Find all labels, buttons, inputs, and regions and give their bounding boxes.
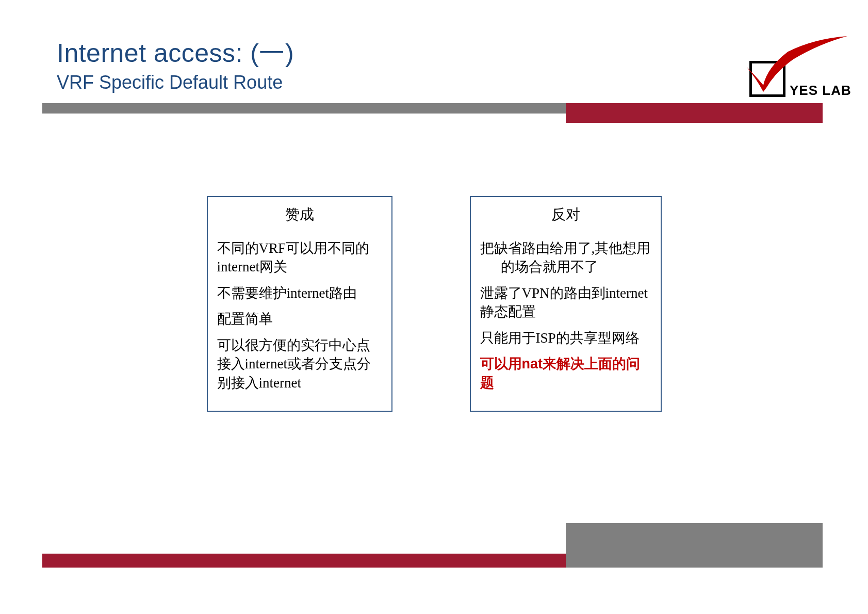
footer-gray-block <box>566 523 823 568</box>
pros-item: 可以很方便的实行中心点接入internet或者分支点分别接入internet <box>217 336 382 392</box>
pros-item: 不同的VRF可以用不同的internet网关 <box>217 239 382 277</box>
footer-red-bar <box>42 554 566 568</box>
pros-item: 不需要维护internet路由 <box>217 284 382 302</box>
cons-item: 泄露了VPN的路由到internet静态配置 <box>480 284 651 321</box>
cons-box: 反对 把缺省路由给用了,其他想用的场合就用不了 泄露了VPN的路由到intern… <box>470 196 662 412</box>
slide-title: Internet access: (一) <box>57 36 816 71</box>
pros-title: 赞成 <box>217 205 382 224</box>
cons-item: 把缺省路由给用了,其他想用的场合就用不了 <box>480 239 651 277</box>
header-red-bar <box>566 103 823 123</box>
cons-title: 反对 <box>480 205 651 224</box>
yes-lab-logo: YES LAB <box>724 36 858 103</box>
content-area: 赞成 不同的VRF可以用不同的internet网关 不需要维护internet路… <box>0 196 868 412</box>
pros-item: 配置简单 <box>217 310 382 328</box>
cons-item: 只能用于ISP的共享型网络 <box>480 329 651 347</box>
slide-subtitle: VRF Specific Default Route <box>57 72 816 93</box>
cons-highlight: 可以用nat来解决上面的问题 <box>480 354 651 392</box>
pros-box: 赞成 不同的VRF可以用不同的internet网关 不需要维护internet路… <box>207 196 392 412</box>
slide-header: Internet access: (一) VRF Specific Defaul… <box>57 36 816 93</box>
header-gray-bar <box>42 103 566 114</box>
logo-text: YES LAB <box>790 83 851 99</box>
